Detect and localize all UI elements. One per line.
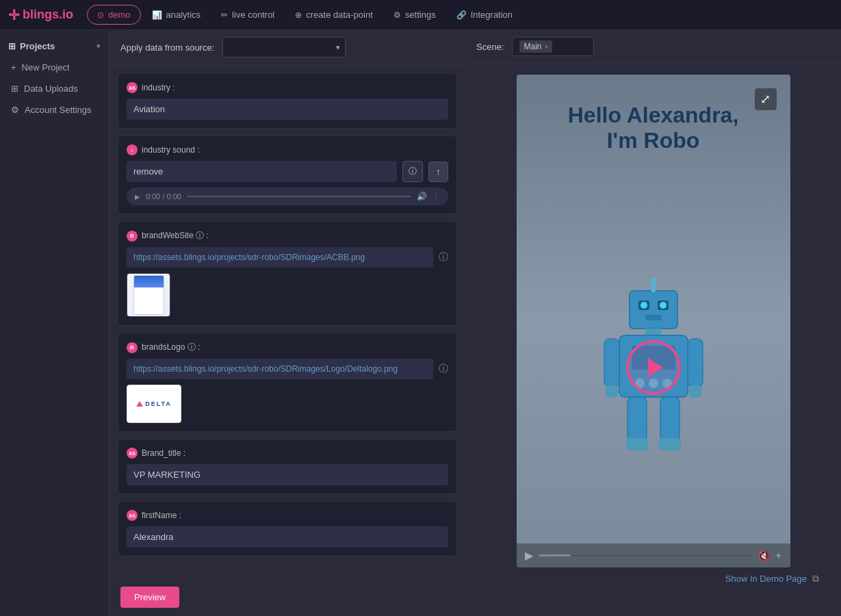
field-label-text-brandWebSite: brandWebSite ⓘ : <box>142 230 209 242</box>
create-data-point-tab-icon: ⊕ <box>295 10 302 20</box>
video-play-icon[interactable]: ▶ <box>525 549 533 562</box>
robot-svg-container <box>599 277 708 458</box>
apply-data-select-wrapper <box>222 37 346 57</box>
apply-data-bar: Apply data from source: <box>109 30 465 65</box>
field-card-industry-sound: ♪ industry sound : ⓘ ↑ ▶ 0:00 / 0:00 🔊 ⋮ <box>118 136 457 214</box>
live-control-tab-label: live control <box>232 10 274 20</box>
image-preview-brandWebSite <box>127 273 170 317</box>
demo-tab-icon: ⊙ <box>97 10 104 20</box>
video-progress-bar[interactable] <box>539 554 753 556</box>
sidebar-item-new-project[interactable]: + New Project <box>0 57 109 78</box>
preview-canvas: ⤢ Hello Alexandra, I'm Robo <box>517 75 790 567</box>
sound-input-industry-sound[interactable] <box>127 161 397 182</box>
svg-rect-15 <box>606 385 618 398</box>
nav-tab-analytics[interactable]: 📊analytics <box>142 5 211 25</box>
video-volume-icon[interactable]: 🔇 <box>758 550 770 561</box>
sound-input-row: ⓘ ↑ <box>127 161 448 182</box>
field-label-text-brandsLogo: brandsLogo ⓘ : <box>142 342 200 353</box>
field-icon-industry: AS <box>127 82 138 93</box>
sidebar-projects-label: ⊞ Projects <box>8 41 55 51</box>
integration-tab-label: Integration <box>471 10 513 20</box>
nav-tab-integration[interactable]: 🔗Integration <box>447 5 522 25</box>
svg-rect-16 <box>688 339 703 387</box>
field-icon-firstName: AS <box>127 510 138 521</box>
video-progress-fill <box>539 554 571 556</box>
url-field-row-brandWebSite: https://assets.blings.io/projects/sdr-ro… <box>127 247 448 268</box>
data-uploads-icon: ⊞ <box>11 84 18 94</box>
svg-point-3 <box>641 302 647 309</box>
nav-tab-create-data-point[interactable]: ⊕create data-point <box>285 5 383 25</box>
sound-clear-btn-industry-sound[interactable]: ⓘ <box>402 161 423 182</box>
sidebar-projects-section[interactable]: ⊞ Projects ▾ <box>0 36 109 57</box>
url-action-btn-brandsLogo[interactable]: ⓘ <box>439 363 448 375</box>
sidebar-chevron-icon: ▾ <box>96 42 101 51</box>
account-settings-icon: ⚙ <box>11 105 19 115</box>
field-label-industry-sound: ♪ industry sound : <box>127 144 448 155</box>
delta-text: DELTA <box>145 400 172 407</box>
audio-more-icon-industry-sound[interactable]: ⋮ <box>432 192 440 201</box>
field-input-brand-title[interactable] <box>127 464 448 485</box>
field-card-industry: AS industry : <box>118 73 457 129</box>
field-input-firstName[interactable] <box>127 526 448 548</box>
preview-canvas-wrapper: ⤢ Hello Alexandra, I'm Robo <box>465 64 841 616</box>
image-preview-wrapper-brandWebSite <box>127 273 448 317</box>
play-button[interactable] <box>626 340 681 395</box>
preview-hello-text: Hello Alexandra, <box>530 102 777 128</box>
nav-tabs: ⊙demo📊analytics✏live control⊕create data… <box>87 5 522 25</box>
field-card-brandWebSite: B brandWebSite ⓘ : https://assets.blings… <box>118 221 457 326</box>
url-input-brandsLogo[interactable]: https://assets.blings.io/projects/sdr-ro… <box>127 359 433 379</box>
field-label-text-industry-sound: industry sound : <box>142 145 200 155</box>
field-icon-brandsLogo: B <box>127 342 138 353</box>
settings-tab-label: settings <box>405 10 436 20</box>
nav-tab-settings[interactable]: ⚙settings <box>384 5 445 25</box>
nav-tab-demo[interactable]: ⊙demo <box>87 5 141 25</box>
top-navigation: ✛ blings.io ⊙demo📊analytics✏live control… <box>0 0 841 30</box>
preview-section: Preview <box>109 578 465 616</box>
sidebar: ⊞ Projects ▾ + New Project ⊞ Data Upload… <box>0 30 109 616</box>
field-icon-industry-sound: ♪ <box>127 144 138 155</box>
delta-triangle-icon <box>136 401 143 407</box>
svg-rect-8 <box>645 329 662 335</box>
audio-progress-industry-sound[interactable] <box>187 196 411 197</box>
left-panel: Apply data from source: AS industry : ♪ … <box>109 30 465 616</box>
nav-tab-live-control[interactable]: ✏live control <box>211 5 284 25</box>
scene-label: Scene: <box>476 42 504 52</box>
analytics-tab-label: analytics <box>166 10 201 20</box>
logo-plus-icon: ✛ <box>8 7 20 23</box>
field-card-firstName: AS firstName : <box>118 501 457 556</box>
show-demo-copy-icon[interactable]: ⧉ <box>812 573 819 585</box>
delta-logo-text: DELTA <box>136 400 172 407</box>
content-area: Apply data from source: AS industry : ♪ … <box>109 30 841 616</box>
settings-tab-icon: ⚙ <box>393 10 401 20</box>
field-label-text-firstName: firstName : <box>142 511 181 520</box>
preview-button[interactable]: Preview <box>120 587 179 608</box>
apply-data-select[interactable] <box>222 37 346 57</box>
video-volume-plus-icon[interactable]: + <box>775 550 781 562</box>
sidebar-item-data-uploads[interactable]: ⊞ Data Uploads <box>0 78 109 99</box>
apply-data-label: Apply data from source: <box>120 42 214 53</box>
show-demo-link[interactable]: Show In Demo Page <box>725 574 807 584</box>
play-triangle-icon <box>648 358 663 377</box>
sound-upload-btn-industry-sound[interactable]: ↑ <box>428 162 448 182</box>
field-label-text-brand-title: Brand_title : <box>142 448 185 458</box>
image-preview-wrapper-brandsLogo: DELTA <box>127 385 448 423</box>
field-input-industry[interactable] <box>127 99 448 120</box>
new-project-label: New Project <box>22 62 70 73</box>
url-action-btn-brandWebSite[interactable]: ⓘ <box>439 251 448 264</box>
audio-volume-icon-industry-sound[interactable]: 🔊 <box>417 192 427 201</box>
main-layout: ⊞ Projects ▾ + New Project ⊞ Data Upload… <box>0 30 841 616</box>
expand-button[interactable]: ⤢ <box>755 88 777 110</box>
fields-container: AS industry : ♪ industry sound : ⓘ ↑ ▶ 0… <box>109 65 465 578</box>
url-input-brandWebSite[interactable]: https://assets.blings.io/projects/sdr-ro… <box>127 247 433 268</box>
scene-tag-close-icon[interactable]: × <box>545 43 549 51</box>
svg-rect-20 <box>660 397 680 441</box>
scene-tag: Main × <box>519 40 552 53</box>
integration-tab-icon: 🔗 <box>456 10 467 20</box>
create-data-point-tab-label: create data-point <box>306 10 373 20</box>
live-control-tab-icon: ✏ <box>221 10 228 20</box>
audio-play-icon-industry-sound[interactable]: ▶ <box>135 193 140 201</box>
svg-rect-18 <box>627 397 647 441</box>
account-settings-label: Account Settings <box>25 105 92 115</box>
grid-icon: ⊞ <box>8 41 16 51</box>
sidebar-item-account-settings[interactable]: ⚙ Account Settings <box>0 99 109 120</box>
